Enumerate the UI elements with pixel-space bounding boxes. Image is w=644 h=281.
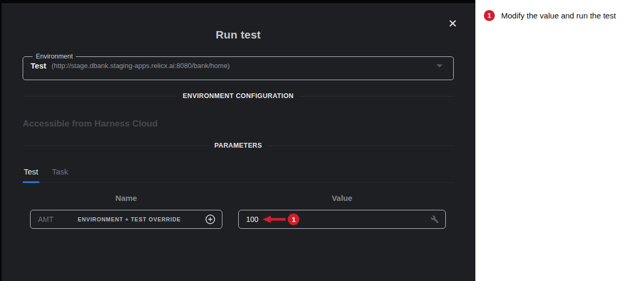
annotation-note: 1 Modify the value and run the test [475, 0, 644, 21]
column-header-value: Value [238, 193, 446, 205]
param-name-placeholder: AMT [38, 215, 54, 224]
environment-select[interactable]: Environment Test (http://stage.dbank.sta… [23, 53, 454, 80]
add-circle-icon[interactable] [205, 214, 216, 225]
environment-selected-option[interactable]: Test (http://stage.dbank.staging-apps.re… [31, 61, 446, 70]
run-test-modal: ✕ Run test Environment Test (http://stag… [2, 3, 475, 281]
parameters-divider: PARAMETERS [23, 142, 454, 149]
parameters-table: Name Value AMT ENVIRONMENT + TEST OVERRI… [30, 193, 454, 229]
close-icon[interactable]: ✕ [445, 16, 460, 31]
run-test-modal-content: ✕ Run test Environment Test (http://stag… [2, 3, 475, 281]
environment-url: (http://stage.dbank.staging-apps.relicx.… [52, 62, 230, 70]
environment-select-label: Environment [33, 53, 76, 60]
harness-cloud-note: Accessible from Harness Cloud [23, 119, 454, 129]
parameters-tabs: Test Task [23, 164, 454, 183]
column-header-name: Name [30, 193, 222, 205]
chevron-down-icon [436, 64, 443, 67]
annotation-step-badge: 1 [484, 10, 495, 21]
wrench-icon[interactable] [431, 215, 439, 224]
modal-title: Run test [23, 3, 454, 41]
tab-task[interactable]: Task [51, 164, 70, 182]
param-name-input[interactable]: AMT ENVIRONMENT + TEST OVERRIDE [30, 210, 222, 229]
override-badge: ENVIRONMENT + TEST OVERRIDE [54, 216, 205, 222]
environment-configuration-divider: ENVIRONMENT CONFIGURATION [23, 92, 454, 100]
param-value-input[interactable]: 100 1 [238, 210, 446, 229]
annotation-panel: 1 Modify the value and run the test [475, 0, 644, 281]
param-value-text: 100 [246, 215, 258, 224]
annotation-arrow-icon [262, 216, 286, 223]
annotation-instruction: Modify the value and run the test [501, 11, 616, 20]
screenshot-root: ✕ Run test Environment Test (http://stag… [0, 0, 644, 281]
environment-name: Test [31, 61, 46, 70]
tab-test[interactable]: Test [23, 164, 40, 182]
annotation-step-badge: 1 [288, 214, 299, 225]
